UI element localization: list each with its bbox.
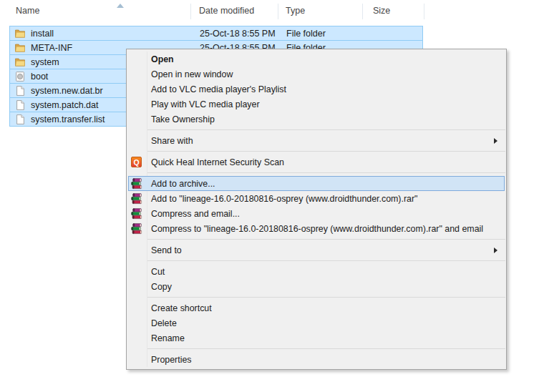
menu-item-label: Open in new window xyxy=(151,69,233,79)
menu-item-send-to[interactable]: Send to xyxy=(128,242,505,258)
column-divider[interactable] xyxy=(278,4,278,19)
disc-icon xyxy=(14,71,26,82)
column-divider[interactable] xyxy=(362,4,363,19)
file-icon xyxy=(14,85,26,97)
menu-item-rename[interactable]: Rename xyxy=(128,330,505,346)
menu-item-add-to-lineage-16-0-20180816-osprey-www-dr[interactable]: Add to "lineage-16.0-20180816-osprey (ww… xyxy=(128,191,505,206)
menu-item-open[interactable]: Open xyxy=(128,52,505,67)
menu-separator xyxy=(147,260,505,261)
column-header-bar: Name Date modified Type Size xyxy=(0,0,444,24)
menu-item-add-to-vlc-media-player-s-playlist[interactable]: Add to VLC media player's Playlist xyxy=(128,82,505,97)
file-date-modified: 25-Oct-18 8:55 PM xyxy=(200,27,276,41)
winrar-icon xyxy=(131,178,142,190)
menu-item-create-shortcut[interactable]: Create shortcut xyxy=(128,300,505,315)
column-divider[interactable] xyxy=(424,4,424,19)
sort-ascending-icon xyxy=(117,4,124,8)
menu-item-copy[interactable]: Copy xyxy=(128,279,505,294)
menu-item-add-to-archive[interactable]: Add to archive... xyxy=(128,176,505,191)
file-type: File folder xyxy=(286,27,326,41)
menu-item-label: Open xyxy=(151,54,174,64)
menu-item-label: Properties xyxy=(151,355,191,365)
menu-item-open-in-new-window[interactable]: Open in new window xyxy=(128,67,505,82)
winrar-icon xyxy=(131,208,142,220)
context-menu: OpenOpen in new windowAdd to VLC media p… xyxy=(126,49,507,370)
winrar-icon xyxy=(131,223,142,235)
menu-item-compress-to-lineage-16-0-20180816-osprey-w[interactable]: Compress to "lineage-16.0-20180816-ospre… xyxy=(128,221,505,236)
menu-item-label: Create shortcut xyxy=(151,303,212,313)
file-name: system xyxy=(31,56,59,69)
file-name: system.new.dat.br xyxy=(31,84,103,98)
file-icon xyxy=(14,114,26,125)
winrar-icon xyxy=(131,193,142,205)
folder-icon xyxy=(14,28,26,39)
menu-item-compress-and-email[interactable]: Compress and email... xyxy=(128,206,505,221)
menu-item-play-with-vlc-media-player[interactable]: Play with VLC media player xyxy=(128,97,505,112)
menu-item-label: Add to archive... xyxy=(151,179,215,189)
file-row-install[interactable]: install25-Oct-18 8:55 PMFile folder xyxy=(9,26,423,41)
file-name: META-INF xyxy=(31,41,72,55)
menu-item-label: Quick Heal Internet Security Scan xyxy=(151,157,284,167)
menu-separator xyxy=(147,348,505,349)
menu-item-properties[interactable]: Properties xyxy=(128,352,505,367)
menu-item-label: Compress and email... xyxy=(151,209,240,219)
menu-item-cut[interactable]: Cut xyxy=(128,264,505,279)
file-name: system.transfer.list xyxy=(31,113,105,127)
folder-icon xyxy=(14,42,26,54)
menu-item-label: Delete xyxy=(151,318,177,328)
folder-icon xyxy=(14,57,26,68)
menu-separator xyxy=(147,239,505,240)
menu-item-label: Add to VLC media player's Playlist xyxy=(151,84,286,94)
column-divider[interactable] xyxy=(190,4,191,19)
menu-separator xyxy=(147,172,505,173)
menu-item-label: Play with VLC media player xyxy=(151,99,260,109)
menu-item-share-with[interactable]: Share with xyxy=(128,133,505,148)
column-header-date-modified[interactable]: Date modified xyxy=(199,6,254,16)
quickheal-icon: Q xyxy=(131,157,142,168)
file-name: install xyxy=(31,27,54,41)
file-name: system.patch.dat xyxy=(31,99,99,112)
column-header-size[interactable]: Size xyxy=(373,6,390,16)
menu-item-label: Copy xyxy=(151,282,172,292)
menu-separator xyxy=(147,297,505,298)
submenu-arrow-icon xyxy=(494,248,497,253)
column-header-type[interactable]: Type xyxy=(286,6,305,16)
menu-item-take-ownership[interactable]: Take Ownership xyxy=(128,112,505,127)
menu-item-label: Send to xyxy=(151,245,182,255)
file-icon xyxy=(14,99,26,111)
menu-item-label: Cut xyxy=(151,267,165,277)
menu-item-label: Add to "lineage-16.0-20180816-osprey (ww… xyxy=(151,194,417,204)
menu-item-label: Compress to "lineage-16.0-20180816-ospre… xyxy=(151,224,483,234)
menu-item-delete[interactable]: Delete xyxy=(128,315,505,330)
submenu-arrow-icon xyxy=(494,138,497,144)
menu-separator xyxy=(147,151,505,152)
menu-separator xyxy=(147,129,505,130)
column-header-name[interactable]: Name xyxy=(16,6,39,16)
menu-item-label: Share with xyxy=(151,136,193,146)
menu-item-label: Take Ownership xyxy=(151,114,215,124)
explorer-window: Name Date modified Type Size install25-O… xyxy=(0,0,534,392)
menu-item-quick-heal-internet-security-scan[interactable]: QQuick Heal Internet Security Scan xyxy=(128,155,505,170)
menu-item-label: Rename xyxy=(151,333,185,343)
file-name: boot xyxy=(31,70,48,84)
